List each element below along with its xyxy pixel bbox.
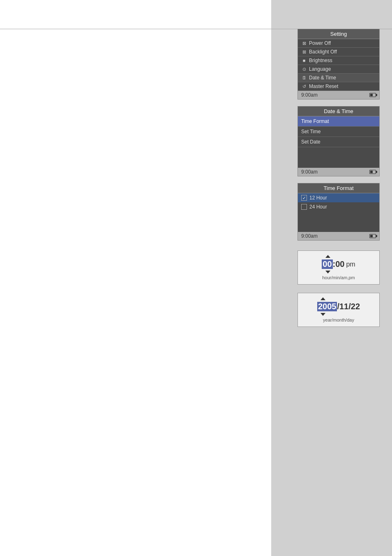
setting-status-bar: 9:00am — [298, 91, 379, 99]
power-off-icon: ⊠ — [301, 40, 307, 46]
date-picker-box: 2005 / 11 / 22 year/month/day — [297, 293, 380, 327]
timeformat-battery-icon — [369, 234, 376, 238]
year-arrow-down[interactable] — [321, 313, 325, 316]
submenu-set-date[interactable]: Set Date — [298, 137, 379, 147]
datetime-status-time: 9:00am — [301, 169, 318, 175]
backlight-off-label: Backlight Off — [309, 49, 337, 55]
date-time-label: Date & Time — [309, 75, 336, 81]
master-reset-label: Master Reset — [309, 83, 338, 89]
setting-header: Setting — [298, 29, 379, 39]
time-display: 00 : 00 pm — [304, 259, 373, 269]
hour-arrow-down[interactable] — [325, 271, 330, 273]
label-24hour: 24 Hour — [309, 204, 327, 210]
option-12hour[interactable]: 12 Hour — [298, 193, 379, 202]
label-12hour: 12 Hour — [309, 195, 327, 201]
month-segment[interactable]: 11 — [339, 302, 348, 311]
datetime-status-bar: 9:00am — [298, 168, 379, 176]
option-24hour[interactable]: 24 Hour — [298, 202, 379, 211]
timeformat-status-bar: 9:00am — [298, 232, 379, 240]
datetime-header: Date & Time — [298, 107, 379, 116]
menu-item-brightness[interactable]: ■ Brightness — [298, 56, 379, 65]
time-colon: : — [333, 259, 336, 269]
time-picker-box: 00 : 00 pm hour/min/am,pm — [297, 250, 380, 285]
checkbox-24hour — [301, 204, 307, 210]
ampm-segment[interactable]: pm — [346, 261, 355, 268]
master-reset-icon: ↺ — [301, 83, 307, 89]
datetime-panel: Date & Time Time Format Set Time Set Dat… — [297, 106, 380, 176]
checkbox-12hour — [301, 195, 307, 201]
year-arrow-up[interactable] — [321, 297, 325, 300]
brightness-label: Brightness — [309, 58, 332, 63]
timeformat-header: Time Format — [298, 183, 379, 193]
timeformat-panel: Time Format 12 Hour 24 Hour 9:00am — [297, 183, 380, 241]
menu-item-date-time[interactable]: 🗓 Date & Time — [298, 74, 379, 82]
timeformat-status-time: 9:00am — [301, 233, 318, 239]
set-date-label: Set Date — [301, 139, 321, 145]
datetime-icon: 🗓 — [301, 75, 307, 81]
time-format-label: Time Format — [301, 118, 329, 124]
language-icon: ⊙ — [301, 66, 307, 72]
setting-battery-icon — [369, 93, 376, 97]
date-format-label: year/month/day — [304, 317, 373, 322]
date-display: 2005 / 11 / 22 — [304, 302, 373, 311]
hour-arrow-up[interactable] — [325, 255, 330, 258]
menu-item-language[interactable]: ⊙ Language — [298, 65, 379, 74]
setting-panel: Setting ⊠ Power Off ⊠ Backlight Off ■ Br… — [297, 29, 380, 100]
hour-segment[interactable]: 00 — [322, 259, 332, 269]
day-segment[interactable]: 22 — [351, 302, 360, 311]
menu-item-master-reset[interactable]: ↺ Master Reset — [298, 82, 379, 91]
datetime-spacer — [298, 147, 379, 168]
setting-status-time: 9:00am — [301, 92, 318, 98]
timeformat-spacer — [298, 211, 379, 232]
backlight-off-icon: ⊠ — [301, 49, 307, 55]
minute-segment[interactable]: 00 — [335, 259, 344, 269]
power-off-label: Power Off — [309, 40, 331, 46]
year-segment[interactable]: 2005 — [317, 302, 337, 311]
menu-item-power-off[interactable]: ⊠ Power Off — [298, 39, 379, 48]
brightness-icon: ■ — [301, 58, 307, 63]
set-time-label: Set Time — [301, 129, 321, 134]
datetime-battery-icon — [369, 170, 376, 174]
submenu-set-time[interactable]: Set Time — [298, 127, 379, 137]
language-label: Language — [309, 66, 331, 72]
submenu-time-format[interactable]: Time Format — [298, 116, 379, 127]
menu-item-backlight-off[interactable]: ⊠ Backlight Off — [298, 48, 379, 56]
left-area — [0, 0, 271, 556]
time-format-label-picker: hour/min/am,pm — [304, 275, 373, 280]
